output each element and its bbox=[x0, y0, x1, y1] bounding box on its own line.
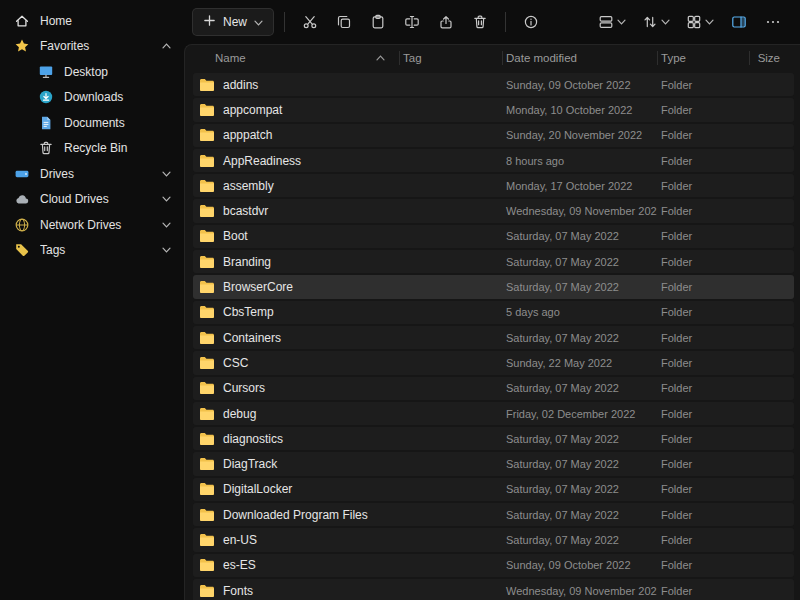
file-explorer-window: Home Favorites Desktop Downloads bbox=[0, 0, 800, 600]
table-row[interactable]: Downloaded Program Files Saturday, 07 Ma… bbox=[193, 503, 794, 526]
ellipsis-icon bbox=[765, 14, 781, 30]
file-name: assembly bbox=[223, 179, 274, 193]
sidebar-item-label: Network Drives bbox=[40, 218, 150, 232]
chevron-up-icon[interactable] bbox=[160, 43, 172, 49]
file-name: apppatch bbox=[223, 128, 272, 142]
folder-icon bbox=[199, 204, 215, 218]
sidebar-item-label: Documents bbox=[64, 116, 172, 130]
share-button[interactable] bbox=[431, 8, 461, 36]
sidebar-item-home[interactable]: Home bbox=[0, 8, 184, 34]
column-label: Type bbox=[661, 52, 686, 64]
sidebar-item-documents[interactable]: Documents bbox=[0, 110, 184, 136]
delete-button[interactable] bbox=[465, 8, 495, 36]
file-name: Fonts bbox=[223, 584, 253, 598]
folder-icon bbox=[199, 78, 215, 92]
cut-button[interactable] bbox=[295, 8, 325, 36]
sidebar-item-label: Favorites bbox=[40, 39, 150, 53]
table-row[interactable]: Cursors Saturday, 07 May 2022 Folder bbox=[193, 377, 794, 400]
trash-icon bbox=[472, 14, 488, 30]
sidebar-item-label: Drives bbox=[40, 167, 150, 181]
chevron-down-icon[interactable] bbox=[160, 222, 172, 228]
table-row[interactable]: diagnostics Saturday, 07 May 2022 Folder bbox=[193, 427, 794, 450]
table-row[interactable]: Containers Saturday, 07 May 2022 Folder bbox=[193, 326, 794, 349]
file-date: Saturday, 07 May 2022 bbox=[502, 281, 657, 293]
info-button[interactable] bbox=[516, 8, 546, 36]
sidebar-item-downloads[interactable]: Downloads bbox=[0, 85, 184, 111]
copy-button[interactable] bbox=[329, 8, 359, 36]
group-icon bbox=[686, 14, 702, 30]
table-row[interactable]: appcompat Monday, 10 October 2022 Folder bbox=[193, 98, 794, 121]
file-name: addins bbox=[223, 78, 258, 92]
table-row[interactable]: en-US Saturday, 07 May 2022 Folder bbox=[193, 528, 794, 551]
file-date: 8 hours ago bbox=[502, 155, 657, 167]
table-row[interactable]: DiagTrack Saturday, 07 May 2022 Folder bbox=[193, 452, 794, 475]
file-name: appcompat bbox=[223, 103, 282, 117]
sidebar-item-drives[interactable]: Drives bbox=[0, 161, 184, 187]
table-row[interactable]: assembly Monday, 17 October 2022 Folder bbox=[193, 174, 794, 197]
file-name: DigitalLocker bbox=[223, 482, 292, 496]
new-button[interactable]: New bbox=[192, 8, 274, 36]
home-icon bbox=[14, 13, 30, 29]
column-header-type[interactable]: Type bbox=[657, 50, 749, 66]
sidebar-item-label: Recycle Bin bbox=[64, 141, 172, 155]
file-type: Folder bbox=[657, 408, 749, 420]
file-date: Saturday, 07 May 2022 bbox=[502, 382, 657, 394]
file-type: Folder bbox=[657, 382, 749, 394]
table-row[interactable]: addins Sunday, 09 October 2022 Folder bbox=[193, 73, 794, 96]
table-row[interactable]: bcastdvr Wednesday, 09 November 2022 Fol… bbox=[193, 199, 794, 222]
group-button[interactable] bbox=[680, 8, 720, 36]
chevron-down-icon[interactable] bbox=[160, 171, 172, 177]
rename-button[interactable] bbox=[397, 8, 427, 36]
drive-icon bbox=[14, 166, 30, 182]
table-row[interactable]: Boot Saturday, 07 May 2022 Folder bbox=[193, 225, 794, 248]
file-type: Folder bbox=[657, 230, 749, 242]
sort-button[interactable] bbox=[636, 8, 676, 36]
table-row[interactable]: CbsTemp 5 days ago Folder bbox=[193, 301, 794, 324]
sidebar-item-desktop[interactable]: Desktop bbox=[0, 59, 184, 85]
scissors-icon bbox=[302, 14, 318, 30]
table-row[interactable]: AppReadiness 8 hours ago Folder bbox=[193, 149, 794, 172]
table-row[interactable]: DigitalLocker Saturday, 07 May 2022 Fold… bbox=[193, 478, 794, 501]
sidebar-item-tags[interactable]: Tags bbox=[0, 238, 184, 264]
paste-button[interactable] bbox=[363, 8, 393, 36]
folder-icon bbox=[199, 508, 215, 522]
file-type: Folder bbox=[657, 483, 749, 495]
clipboard-icon bbox=[370, 14, 386, 30]
table-row[interactable]: CSC Sunday, 22 May 2022 Folder bbox=[193, 351, 794, 374]
column-header-tag[interactable]: Tag bbox=[399, 50, 502, 66]
sidebar-item-label: Home bbox=[40, 14, 172, 28]
table-row[interactable]: Fonts Wednesday, 09 November 2022 Folder bbox=[193, 579, 794, 600]
table-row[interactable]: apppatch Sunday, 20 November 2022 Folder bbox=[193, 124, 794, 147]
file-type: Folder bbox=[657, 104, 749, 116]
file-date: Sunday, 22 May 2022 bbox=[502, 357, 657, 369]
preview-pane-button[interactable] bbox=[724, 8, 754, 36]
sidebar-item-label: Cloud Drives bbox=[40, 192, 150, 206]
column-header-date-modified[interactable]: Date modified bbox=[502, 50, 657, 66]
sidebar-item-cloud-drives[interactable]: Cloud Drives bbox=[0, 187, 184, 213]
folder-icon bbox=[199, 381, 215, 395]
folder-icon bbox=[199, 103, 215, 117]
chevron-down-icon[interactable] bbox=[160, 247, 172, 253]
sidebar-item-favorites[interactable]: Favorites bbox=[0, 34, 184, 60]
table-row[interactable]: es-ES Sunday, 09 October 2022 Folder bbox=[193, 554, 794, 577]
recycle-bin-icon bbox=[38, 140, 54, 156]
file-date: Saturday, 07 May 2022 bbox=[502, 433, 657, 445]
table-row[interactable]: BrowserCore Saturday, 07 May 2022 Folder bbox=[193, 275, 794, 298]
share-icon bbox=[438, 14, 454, 30]
folder-icon bbox=[199, 558, 215, 572]
folder-icon bbox=[199, 356, 215, 370]
file-date: Sunday, 20 November 2022 bbox=[502, 129, 657, 141]
column-header-size[interactable]: Size bbox=[749, 50, 792, 66]
layout-button[interactable] bbox=[592, 8, 632, 36]
sidebar-item-network-drives[interactable]: Network Drives bbox=[0, 212, 184, 238]
more-button[interactable] bbox=[758, 8, 788, 36]
column-label: Tag bbox=[403, 52, 422, 64]
column-header-name[interactable]: Name bbox=[193, 50, 399, 66]
sidebar-item-recycle-bin[interactable]: Recycle Bin bbox=[0, 136, 184, 162]
table-row[interactable]: Branding Saturday, 07 May 2022 Folder bbox=[193, 250, 794, 273]
file-type: Folder bbox=[657, 180, 749, 192]
rename-icon bbox=[404, 14, 420, 30]
chevron-down-icon[interactable] bbox=[160, 196, 172, 202]
toolbar-separator bbox=[284, 12, 285, 32]
table-row[interactable]: debug Friday, 02 December 2022 Folder bbox=[193, 402, 794, 425]
